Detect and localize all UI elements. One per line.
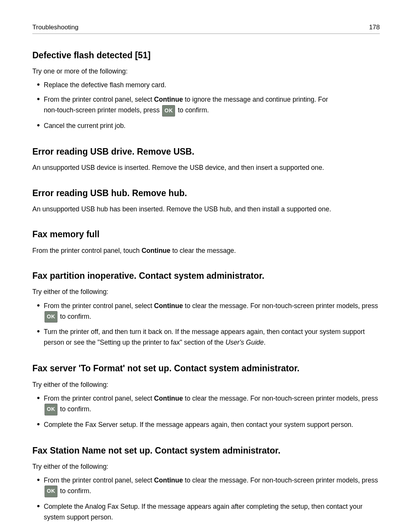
text: From the printer control panel, select [44,96,154,103]
heading-defective-flash: Defective flash detected [51] [32,49,380,61]
text: to confirm. [58,487,91,495]
text: . [264,339,266,346]
ok-button-icon: OK [45,311,57,323]
heading-fax-partition: Fax partition inoperative. Contact syste… [32,270,380,282]
intro-text: Try either of the following: [32,287,380,297]
ok-button-icon: OK [45,486,57,497]
text: From the printer control panel, touch [32,247,142,254]
bullet-list: Replace the defective flash memory card.… [32,80,380,131]
bullet-list: From the printer control panel, select C… [32,300,380,348]
bold-text: Continue [142,247,170,254]
bullet-list: From the printer control panel, select C… [32,475,380,522]
list-item: From the printer control panel, select C… [44,393,380,415]
bold-text: Continue [154,302,183,310]
list-item: From the printer control panel, select C… [44,475,380,497]
ok-button-icon: OK [162,105,175,117]
italic-text: User's Guide [225,339,264,346]
text: to confirm. [176,106,209,114]
page-number: 178 [369,23,380,32]
bold-text: Continue [154,96,183,103]
heading-fax-server: Fax server 'To Format' not set up. Conta… [32,362,380,374]
list-item: Turn the printer off, and then turn it b… [44,326,380,348]
body-text: From the printer control panel, touch Co… [32,246,380,256]
heading-error-usb-hub: Error reading USB hub. Remove hub. [32,187,380,199]
body-text: An unsupported USB hub has been inserted… [32,204,380,214]
list-item: Complete the Fax Server setup. If the me… [44,419,380,430]
list-item: Complete the Analog Fax Setup. If the me… [44,501,380,522]
list-item: From the printer control panel, select C… [44,94,380,117]
text: From the printer control panel, select [44,302,154,310]
text: to confirm. [58,405,91,413]
bold-text: Continue [154,395,183,402]
list-item: Replace the defective flash memory card. [44,80,380,90]
page-header: Troubleshooting 178 [32,23,380,34]
intro-text: Try either of the following: [32,462,380,471]
heading-fax-station: Fax Station Name not set up. Contact sys… [32,444,380,457]
text: From the printer control panel, select [44,476,154,484]
ok-button-icon: OK [45,404,57,415]
list-item: Cancel the current print job. [44,120,380,131]
list-item: From the printer control panel, select C… [44,300,380,323]
intro-text: Try one or more of the following: [32,67,380,76]
text: Turn the printer off, and then turn it b… [44,328,365,346]
intro-text: Try either of the following: [32,380,380,390]
text: to clear the message. For non‑touch‑scre… [183,395,378,402]
text: to clear the message. For non‑touch‑scre… [183,476,378,484]
section-name: Troubleshooting [32,23,78,32]
bullet-list: From the printer control panel, select C… [32,393,380,430]
text: to clear the message. [170,247,236,254]
text: From the printer control panel, select [44,395,154,402]
text: to clear the message. For non‑touch‑scre… [183,302,378,310]
text: to confirm. [58,313,91,320]
heading-error-usb-drive: Error reading USB drive. Remove USB. [32,145,380,158]
bold-text: Continue [154,476,183,484]
body-text: An unsupported USB device is inserted. R… [32,163,380,173]
heading-fax-memory-full: Fax memory full [32,228,380,240]
